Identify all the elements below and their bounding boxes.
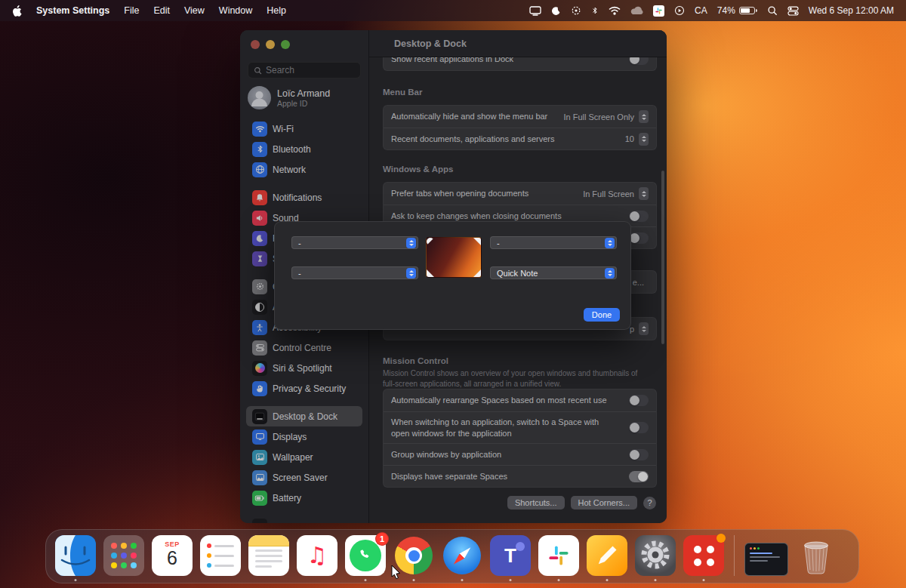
done-button[interactable]: Done [584, 308, 620, 322]
settings-row: Recent documents, applications and serve… [384, 128, 656, 149]
wifi-icon[interactable] [609, 6, 621, 15]
toggles-icon [252, 340, 267, 356]
popup-chevrons [605, 238, 615, 248]
battery-icon [252, 491, 267, 506]
sidebar-item-privacy-security[interactable]: Privacy & Security [246, 378, 362, 399]
keep-changes-toggle[interactable] [629, 211, 649, 222]
sidebar-item-wallpaper[interactable]: Wallpaper [246, 447, 362, 467]
menubar-app-name[interactable]: System Settings [36, 5, 109, 16]
dock-teams[interactable]: T [490, 535, 531, 576]
zoom-button[interactable] [281, 40, 290, 49]
popup-chevrons [605, 268, 615, 279]
dock-finder[interactable] [55, 535, 96, 576]
control-centre-icon[interactable] [787, 5, 799, 17]
popup-chevrons[interactable] [639, 133, 649, 146]
mission-control-description: Mission Control shows an overview of you… [383, 368, 647, 389]
dock-music[interactable]: ♫ [297, 535, 337, 576]
settings-row: Automatically rearrange Spaces based on … [384, 389, 656, 411]
corner-indicator [473, 269, 481, 277]
minimize-button[interactable] [266, 40, 275, 49]
sidebar-item-siri-spotlight[interactable]: Siri & Spotlight [246, 358, 362, 378]
profile-subtitle: Apple ID [277, 99, 330, 108]
display-mirroring-icon[interactable] [529, 6, 541, 16]
dock-whatsapp[interactable]: 1 [345, 535, 386, 576]
dock-chrome[interactable] [393, 535, 434, 576]
apple-menu-icon[interactable] [12, 5, 22, 17]
switch-to-space-toggle[interactable] [629, 422, 649, 433]
cloud-icon[interactable] [630, 6, 643, 15]
scrollbar[interactable] [661, 171, 664, 344]
screen-saver-icon [252, 470, 267, 485]
covered-toggle[interactable] [629, 232, 649, 244]
hot-corner-top-left-popup[interactable]: - [291, 236, 418, 249]
popup-chevrons[interactable] [639, 322, 649, 335]
menu-file[interactable]: File [124, 5, 139, 16]
globe-icon [252, 162, 267, 177]
hot-corner-bottom-left-popup[interactable]: - [291, 266, 418, 279]
group-windows-toggle[interactable] [629, 449, 649, 460]
sidebar-item-label: Siri & Spotlight [273, 363, 332, 374]
dock-slack[interactable] [538, 535, 579, 576]
dock-trash[interactable] [796, 535, 837, 576]
siri-icon [252, 361, 267, 376]
sidebar-item-wifi[interactable]: Wi-Fi [246, 119, 362, 139]
hot-corner-top-right-popup[interactable]: - [490, 236, 617, 249]
spotlight-icon[interactable] [767, 5, 778, 16]
menu-view[interactable]: View [184, 5, 205, 16]
dock-safari[interactable] [442, 535, 482, 576]
menu-edit[interactable]: Edit [153, 5, 170, 16]
sidebar-search[interactable] [248, 62, 361, 79]
separate-spaces-toggle[interactable] [629, 471, 649, 482]
settings-row: Displays have separate Spaces [384, 465, 656, 487]
sidebar-item-network[interactable]: Network [246, 159, 362, 180]
battery-indicator[interactable]: 74% [717, 5, 757, 16]
popup-chevrons[interactable] [639, 110, 649, 123]
sidebar-item-displays[interactable]: Displays [246, 426, 362, 447]
sidebar-item-control-centre[interactable]: Control Centre [246, 337, 362, 358]
focus-moon-icon[interactable] [551, 6, 561, 16]
dock-minimized-window[interactable] [744, 543, 788, 576]
dock-reminders[interactable] [200, 535, 241, 576]
section-header-mission-control: Mission Control [383, 356, 448, 365]
show-recent-apps-toggle[interactable] [629, 57, 649, 65]
teams-icon: T [490, 535, 531, 576]
menu-help[interactable]: Help [267, 5, 286, 16]
avatar [248, 86, 271, 109]
sidebar-item-notifications[interactable]: Notifications [246, 187, 362, 208]
menu-window[interactable]: Window [219, 5, 252, 16]
sidebar-item-battery[interactable]: Battery [246, 488, 362, 508]
row-label: Prefer tabs when opening documents [391, 188, 528, 199]
sidebar-item-screen-saver[interactable]: Screen Saver [246, 467, 362, 488]
dock-notes[interactable] [248, 535, 289, 576]
slack-menubar-icon[interactable] [653, 5, 664, 17]
sidebar-item-label: Network [273, 165, 306, 175]
music-icon: ♫ [297, 535, 337, 576]
hot-corners-button[interactable]: Hot Corners... [571, 496, 637, 509]
now-playing-icon[interactable] [674, 5, 685, 16]
rearrange-spaces-toggle[interactable] [629, 395, 649, 406]
sidebar-item-desktop-dock[interactable]: Desktop & Dock [246, 406, 362, 426]
sidebar-item-label: Control Centre [273, 343, 331, 353]
dock-system-settings[interactable] [635, 535, 676, 576]
bluetooth-icon[interactable] [591, 5, 599, 16]
dock-pencil-app[interactable] [587, 535, 627, 576]
dock-calendar[interactable]: SEP 6 [152, 535, 193, 576]
profile-row[interactable]: Loïc Armand Apple ID [248, 86, 330, 109]
help-button[interactable]: ? [643, 497, 656, 509]
settings-row: Prefer tabs when opening documents In Fu… [384, 183, 656, 205]
popup-chevrons[interactable] [639, 187, 649, 200]
input-source-badge[interactable]: CA [695, 5, 707, 16]
close-button[interactable] [251, 40, 260, 49]
sidebar-item-bluetooth[interactable]: Bluetooth [246, 139, 362, 159]
running-indicator [413, 579, 415, 581]
shortcuts-button[interactable]: Shortcuts... [507, 496, 565, 509]
airdrop-icon[interactable] [571, 5, 581, 16]
menu-bar: System Settings File Edit View Window He… [0, 0, 906, 21]
sidebar-item-partial[interactable] [246, 516, 362, 523]
menubar-clock[interactable]: Wed 6 Sep 12:00 AM [809, 5, 894, 16]
profile-name: Loïc Armand [277, 88, 330, 99]
hot-corner-bottom-right-popup[interactable]: Quick Note [490, 266, 617, 279]
dock-red-dots-app[interactable] [683, 535, 724, 576]
search-input[interactable] [266, 65, 349, 75]
dock-launchpad[interactable] [103, 535, 144, 576]
